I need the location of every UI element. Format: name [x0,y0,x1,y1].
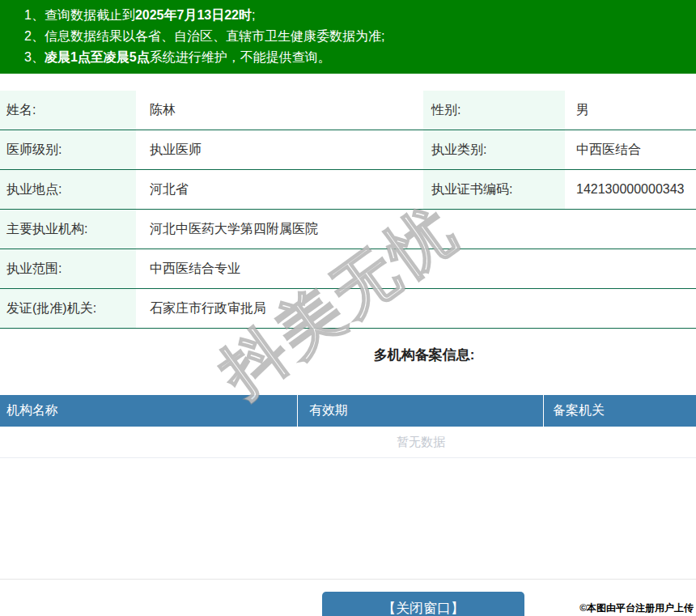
doctor-level-value: 执业医师 [150,130,202,169]
filing-section-heading: 多机构备案信息: [76,346,696,364]
practice-scope-label: 执业范围: [0,249,136,288]
practitioner-info-table: 姓名: 陈林 性别: 男 医师级别: 执业医师 执业类别: 中西医结合 执业地点… [0,91,696,329]
table-row-name-gender: 姓名: 陈林 性别: 男 [0,91,696,130]
table-row-level-category: 医师级别: 执业医师 执业类别: 中西医结合 [0,130,696,170]
gender-label: 性别: [423,91,565,130]
filing-table-header: 机构名称 有效期 备案机关 [0,395,696,427]
notice-text-bold: 凌晨1点至凌晨5点 [45,50,150,64]
column-header-validity-period: 有效期 [298,395,544,427]
notice-banner: 1、查询数据截止到2025年7月13日22时; 2、信息数据结果以各省、自治区、… [0,0,696,74]
issuing-authority-label: 发证(批准)机关: [0,289,136,328]
gender-value: 男 [576,91,589,130]
notice-line-2: 2、信息数据结果以各省、自治区、直辖市卫生健康委数据为准; [0,26,696,47]
notice-number: 2、 [24,29,45,43]
name-label: 姓名: [0,91,136,130]
certificate-number-value: 142130000000343 [576,170,684,209]
notice-line-3: 3、凌晨1点至凌晨5点系统进行维护，不能提供查询。 [0,47,696,68]
issuing-authority-value: 石家庄市行政审批局 [150,289,266,328]
name-value: 陈林 [150,91,176,130]
practice-location-label: 执业地点: [0,170,136,209]
certificate-number-label: 执业证书编码: [423,170,565,209]
main-institution-value: 河北中医药大学第四附属医院 [150,210,318,249]
copyright-text: ©本图由平台注册用户上传 [579,601,694,615]
close-window-button[interactable]: 【关闭窗口】 [322,592,524,616]
table-bottom-divider [0,457,696,458]
license-query-page: 1、查询数据截止到2025年7月13日22时; 2、信息数据结果以各省、自治区、… [0,0,696,616]
column-header-filing-authority: 备案机关 [544,395,695,427]
notice-text: 信息数据结果以各省、自治区、直辖市卫生健康委数据为准; [45,29,384,43]
table-row-issuing-authority: 发证(批准)机关: 石家庄市行政审批局 [0,289,696,329]
notice-number: 1、 [24,8,45,22]
table-row-location-certificate: 执业地点: 河北省 执业证书编码: 142130000000343 [0,170,696,210]
empty-data-text: 暂无数据 [73,427,696,457]
table-row-practice-scope: 执业范围: 中西医结合专业 [0,249,696,289]
table-row-main-institution: 主要执业机构: 河北中医药大学第四附属医院 [0,210,696,249]
notice-number: 3、 [24,50,45,64]
doctor-level-label: 医师级别: [0,130,136,169]
notice-text: ; [252,8,255,22]
main-institution-label: 主要执业机构: [0,210,136,249]
notice-text-bold: 2025年7月13日22时 [135,8,252,22]
notice-text: 查询数据截止到 [45,8,135,22]
notice-text: 系统进行维护，不能提供查询。 [150,50,331,64]
footer-divider [0,579,696,580]
notice-line-1: 1、查询数据截止到2025年7月13日22时; [0,5,696,26]
practice-scope-value: 中西医结合专业 [150,249,240,288]
practice-category-value: 中西医结合 [576,130,641,169]
column-header-institution-name: 机构名称 [0,395,298,427]
practice-location-value: 河北省 [150,170,189,209]
practice-category-label: 执业类别: [423,130,565,169]
